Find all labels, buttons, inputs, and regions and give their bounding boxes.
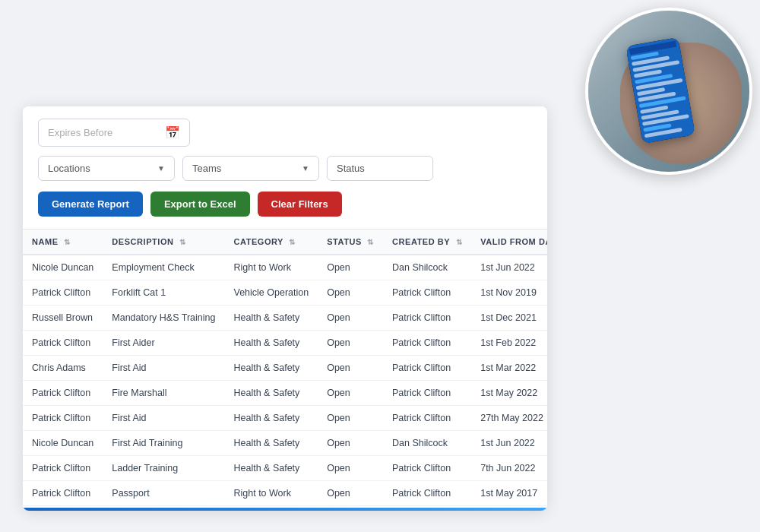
teams-label: Teams (192, 163, 221, 174)
generate-report-button[interactable]: Generate Report (38, 192, 143, 217)
bottom-accent-bar (23, 508, 547, 511)
cell-category: Vehicle Operation (224, 280, 318, 306)
status-label: Status (337, 163, 365, 174)
cell-description: Forklift Cat 1 (103, 280, 224, 306)
cell-status: Open (318, 306, 383, 331)
sort-icon: ⇅ (456, 238, 463, 246)
cell-created_by: Patrick Clifton (383, 356, 471, 381)
table-row: Patrick CliftonFirst AiderHealth & Safet… (23, 331, 547, 356)
cell-status: Open (318, 280, 383, 306)
header-row: NAME ⇅ DESCRIPTION ⇅ CATEGORY ⇅ STATUS ⇅… (23, 230, 547, 255)
filter-row-buttons: Generate Report Export to Excel Clear Fi… (38, 192, 532, 217)
cell-category: Health & Safety (224, 381, 318, 406)
cell-status: Open (318, 406, 383, 431)
teams-dropdown[interactable]: Teams ▼ (182, 156, 319, 181)
cell-valid_from: 1st Jun 2022 (471, 431, 547, 456)
table-row: Patrick CliftonForklift Cat 1Vehicle Ope… (23, 280, 547, 306)
expires-before-input[interactable]: Expires Before 📅 (38, 119, 190, 147)
col-status[interactable]: STATUS ⇅ (318, 230, 383, 255)
table-row: Nicole DuncanEmployment CheckRight to Wo… (23, 255, 547, 280)
col-name[interactable]: NAME ⇅ (23, 230, 103, 255)
cell-valid_from: 1st May 2017 (471, 481, 547, 506)
cell-name: Patrick Clifton (23, 331, 103, 356)
cell-status: Open (318, 255, 383, 280)
cell-description: Mandatory H&S Training (103, 306, 224, 331)
cell-valid_from: 1st Nov 2019 (471, 280, 547, 306)
cell-valid_from: 1st May 2022 (471, 381, 547, 406)
cell-valid_from: 1st Feb 2022 (471, 331, 547, 356)
cell-description: First Aid (103, 406, 224, 431)
sort-icon: ⇅ (367, 238, 374, 246)
phone-decoration (585, 8, 752, 175)
clear-filters-button[interactable]: Clear Filters (258, 192, 342, 217)
chevron-down-icon: ▼ (157, 164, 165, 173)
export-excel-button[interactable]: Export to Excel (150, 192, 250, 217)
cell-category: Right to Work (224, 481, 318, 506)
cell-name: Russell Brown (23, 306, 103, 331)
main-container: Expires Before 📅 Locations ▼ Teams ▼ Sta… (0, 0, 760, 532)
expires-before-label: Expires Before (48, 127, 112, 138)
cell-name: Patrick Clifton (23, 481, 103, 506)
cell-valid_from: 1st Jun 2022 (471, 255, 547, 280)
main-card: Expires Before 📅 Locations ▼ Teams ▼ Sta… (23, 106, 547, 511)
cell-name: Patrick Clifton (23, 280, 103, 306)
cell-status: Open (318, 481, 383, 506)
cell-description: First Aid (103, 356, 224, 381)
filters-section: Expires Before 📅 Locations ▼ Teams ▼ Sta… (23, 106, 547, 217)
status-field[interactable]: Status (327, 156, 433, 181)
col-valid-from[interactable]: VALID FROM DATE ⇅ (471, 230, 547, 255)
cell-name: Nicole Duncan (23, 255, 103, 280)
cell-category: Health & Safety (224, 406, 318, 431)
cell-status: Open (318, 431, 383, 456)
cell-valid_from: 27th May 2022 (471, 406, 547, 431)
cell-name: Patrick Clifton (23, 456, 103, 481)
sort-icon: ⇅ (179, 238, 186, 246)
chevron-down-icon: ▼ (302, 164, 309, 173)
cell-status: Open (318, 456, 383, 481)
cell-name: Chris Adams (23, 356, 103, 381)
cell-valid_from: 7th Jun 2022 (471, 456, 547, 481)
cell-category: Health & Safety (224, 306, 318, 331)
cell-valid_from: 1st Dec 2021 (471, 306, 547, 331)
locations-dropdown[interactable]: Locations ▼ (38, 156, 175, 181)
filter-row-expires: Expires Before 📅 (38, 119, 532, 147)
sort-icon: ⇅ (289, 238, 296, 246)
cell-category: Health & Safety (224, 331, 318, 356)
cell-description: Employment Check (103, 255, 224, 280)
table-row: Patrick CliftonLadder TrainingHealth & S… (23, 456, 547, 481)
cell-description: Fire Marshall (103, 381, 224, 406)
filter-row-dropdowns: Locations ▼ Teams ▼ Status (38, 156, 532, 181)
cell-created_by: Patrick Clifton (383, 481, 471, 506)
cell-created_by: Dan Shilcock (383, 431, 471, 456)
table-row: Patrick CliftonFirst AidHealth & SafetyO… (23, 406, 547, 431)
cell-status: Open (318, 381, 383, 406)
records-table: NAME ⇅ DESCRIPTION ⇅ CATEGORY ⇅ STATUS ⇅… (23, 230, 547, 506)
col-category[interactable]: CATEGORY ⇅ (224, 230, 318, 255)
cell-created_by: Patrick Clifton (383, 456, 471, 481)
cell-status: Open (318, 356, 383, 381)
locations-label: Locations (48, 163, 90, 174)
cell-status: Open (318, 331, 383, 356)
table-row: Nicole DuncanFirst Aid TrainingHealth & … (23, 431, 547, 456)
cell-name: Patrick Clifton (23, 381, 103, 406)
cell-category: Health & Safety (224, 356, 318, 381)
col-description[interactable]: DESCRIPTION ⇅ (103, 230, 224, 255)
cell-created_by: Patrick Clifton (383, 406, 471, 431)
cell-description: Ladder Training (103, 456, 224, 481)
cell-description: First Aid Training (103, 431, 224, 456)
cell-created_by: Patrick Clifton (383, 280, 471, 306)
table-body: Nicole DuncanEmployment CheckRight to Wo… (23, 255, 547, 506)
table-header: NAME ⇅ DESCRIPTION ⇅ CATEGORY ⇅ STATUS ⇅… (23, 230, 547, 255)
cell-description: First Aider (103, 331, 224, 356)
col-created-by[interactable]: CREATED BY ⇅ (383, 230, 471, 255)
table-row: Patrick CliftonPassportRight to WorkOpen… (23, 481, 547, 506)
cell-created_by: Dan Shilcock (383, 255, 471, 280)
table-container: NAME ⇅ DESCRIPTION ⇅ CATEGORY ⇅ STATUS ⇅… (23, 229, 547, 506)
cell-created_by: Patrick Clifton (383, 331, 471, 356)
table-row: Russell BrownMandatory H&S TrainingHealt… (23, 306, 547, 331)
cell-category: Health & Safety (224, 431, 318, 456)
cell-name: Patrick Clifton (23, 406, 103, 431)
cell-name: Nicole Duncan (23, 431, 103, 456)
table-row: Chris AdamsFirst AidHealth & SafetyOpenP… (23, 356, 547, 381)
cell-description: Passport (103, 481, 224, 506)
